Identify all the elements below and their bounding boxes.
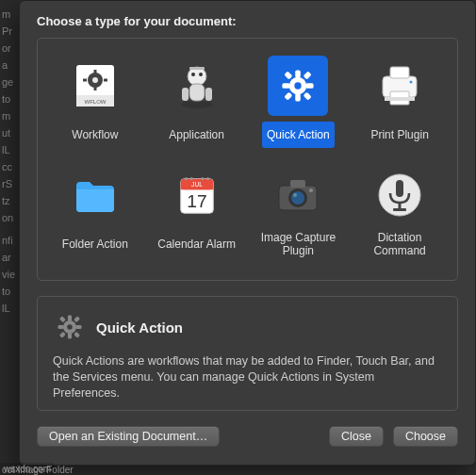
svg-rect-22 <box>306 83 314 89</box>
folder-action-icon <box>65 165 125 225</box>
type-label: Folder Action <box>62 231 128 257</box>
type-grid-container: WFLOW Workflow <box>37 38 458 281</box>
svg-rect-55 <box>75 325 81 329</box>
svg-point-14 <box>191 73 195 76</box>
type-calendar-alarm[interactable]: JUL 17 Calendar Alarm <box>149 159 245 264</box>
svg-rect-11 <box>189 84 205 101</box>
svg-rect-16 <box>189 67 205 70</box>
close-button[interactable]: Close <box>329 426 384 447</box>
type-folder-action[interactable]: Folder Action <box>47 159 143 264</box>
svg-point-31 <box>410 81 413 84</box>
svg-point-18 <box>295 82 302 89</box>
description-title: Quick Action <box>96 319 183 336</box>
type-print-plugin[interactable]: Print Plugin <box>352 50 448 154</box>
button-row: Open an Existing Document… Close Choose <box>37 426 458 447</box>
print-plugin-icon <box>369 56 430 116</box>
image-capture-plugin-icon <box>268 165 328 225</box>
svg-rect-20 <box>296 93 302 101</box>
svg-rect-28 <box>390 67 409 78</box>
svg-point-44 <box>291 191 304 205</box>
workflow-icon: WFLOW <box>65 56 125 116</box>
document-type-dialog: Choose a type for your document: WFLOW W… <box>19 0 476 466</box>
svg-text:JUL: JUL <box>191 181 203 188</box>
svg-rect-24 <box>304 71 312 79</box>
type-label: Calendar Alarm <box>157 231 236 257</box>
svg-rect-56 <box>59 316 66 322</box>
svg-point-46 <box>309 188 313 192</box>
svg-rect-57 <box>74 316 80 322</box>
svg-rect-50 <box>393 208 406 211</box>
svg-rect-13 <box>205 88 212 101</box>
svg-rect-30 <box>385 97 415 101</box>
svg-rect-6 <box>93 87 96 90</box>
svg-rect-49 <box>399 203 402 208</box>
svg-point-38 <box>189 177 192 180</box>
svg-rect-52 <box>68 316 72 321</box>
svg-point-40 <box>206 177 209 180</box>
dictation-command-icon <box>369 165 430 225</box>
svg-text:WFLOW: WFLOW <box>84 99 106 105</box>
svg-point-4 <box>92 77 98 83</box>
application-icon <box>167 56 227 116</box>
type-label: Image Capture Plugin <box>253 231 345 258</box>
svg-rect-12 <box>182 88 189 101</box>
quick-action-icon <box>268 56 328 116</box>
svg-rect-23 <box>285 71 293 79</box>
gear-icon <box>53 310 87 344</box>
svg-rect-7 <box>83 79 87 82</box>
svg-point-9 <box>181 101 213 108</box>
svg-rect-59 <box>74 332 80 338</box>
svg-rect-25 <box>285 92 293 101</box>
svg-point-45 <box>293 193 297 197</box>
svg-rect-19 <box>296 70 302 77</box>
svg-point-39 <box>201 177 204 180</box>
type-quick-action[interactable]: Quick Action <box>251 50 347 154</box>
svg-rect-5 <box>93 70 96 74</box>
type-label: Quick Action <box>262 122 335 148</box>
svg-point-60 <box>67 324 73 330</box>
type-label: Print Plugin <box>370 122 428 148</box>
type-grid: WFLOW Workflow <box>47 50 448 264</box>
svg-rect-48 <box>396 180 403 197</box>
bg-footer: oot Image Folder <box>2 465 74 475</box>
svg-rect-58 <box>59 332 66 338</box>
type-dictation-command[interactable]: Dictation Command <box>352 159 448 264</box>
dialog-prompt: Choose a type for your document: <box>37 14 458 28</box>
svg-rect-54 <box>58 325 64 329</box>
choose-button[interactable]: Choose <box>393 426 458 447</box>
type-workflow[interactable]: WFLOW Workflow <box>47 50 143 154</box>
svg-point-15 <box>199 73 203 76</box>
description-box: Quick Action Quick Actions are workflows… <box>37 296 458 411</box>
description-text: Quick Actions are workflows that may be … <box>53 353 442 401</box>
svg-rect-53 <box>68 333 72 338</box>
type-label: Application <box>169 122 224 148</box>
svg-rect-8 <box>104 79 107 82</box>
open-existing-button[interactable]: Open an Existing Document… <box>37 426 220 447</box>
svg-text:17: 17 <box>187 191 206 211</box>
type-label: Workflow <box>72 122 118 148</box>
type-image-capture-plugin[interactable]: Image Capture Plugin <box>251 159 347 264</box>
description-header: Quick Action <box>53 310 442 344</box>
calendar-alarm-icon: JUL 17 <box>167 165 227 225</box>
svg-rect-21 <box>283 83 290 89</box>
type-application[interactable]: Application <box>149 50 245 154</box>
svg-rect-42 <box>290 180 305 188</box>
svg-point-37 <box>185 177 188 180</box>
type-label: Dictation Command <box>353 231 446 258</box>
svg-rect-26 <box>304 92 312 101</box>
